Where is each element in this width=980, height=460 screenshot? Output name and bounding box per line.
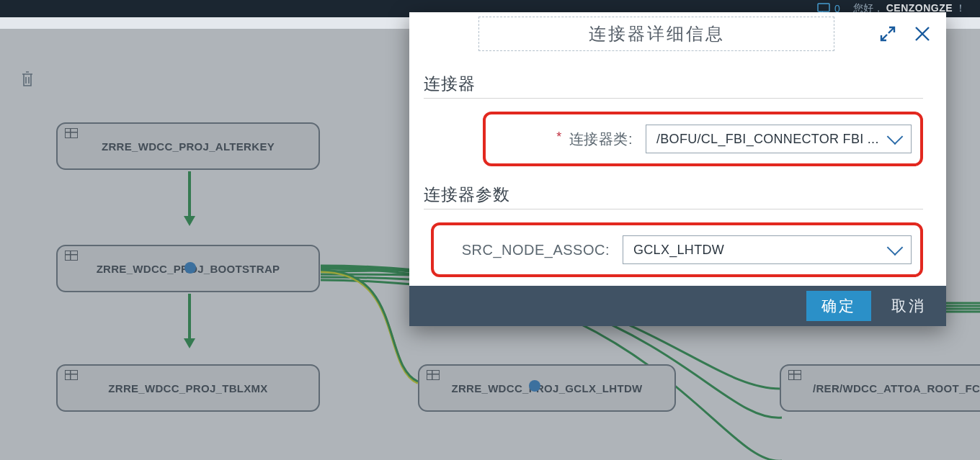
dialog-footer: 确定 取消	[409, 286, 946, 326]
divider	[424, 209, 923, 209]
expand-button[interactable]	[878, 24, 897, 43]
ok-button[interactable]: 确定	[806, 291, 871, 321]
section-params-title: 连接器参数	[424, 184, 923, 206]
close-button[interactable]	[913, 24, 932, 43]
dialog-body: 连接器 * 连接器类: /BOFU/CL_FBI_CONNECTOR FBI .…	[409, 55, 946, 302]
highlighted-src-node-assoc-row: SRC_NODE_ASSOC: GCLX_LHTDW	[431, 222, 923, 277]
dialog-title-box: 连接器详细信息	[478, 17, 834, 51]
close-icon	[913, 24, 932, 43]
select-value: /BOFU/CL_FBI_CONNECTOR FBI ...	[656, 132, 879, 147]
divider	[424, 98, 923, 99]
select-value: GCLX_LHTDW	[633, 243, 724, 258]
src-node-assoc-select[interactable]: GCLX_LHTDW	[623, 235, 912, 264]
section-connector-title: 连接器	[424, 73, 923, 95]
cancel-button[interactable]: 取消	[891, 296, 926, 316]
highlighted-connector-class-row: * 连接器类: /BOFU/CL_FBI_CONNECTOR FBI ...	[483, 112, 923, 166]
dialog-title: 连接器详细信息	[589, 22, 725, 45]
required-star: *	[556, 130, 562, 144]
field-label-text: 连接器类:	[569, 131, 633, 147]
connector-class-select[interactable]: /BOFU/CL_FBI_CONNECTOR FBI ...	[646, 125, 912, 153]
greeting-suffix: ！	[956, 2, 966, 14]
svg-rect-0	[818, 4, 829, 12]
expand-icon	[878, 24, 897, 43]
src-node-assoc-label: SRC_NODE_ASSOC:	[440, 242, 610, 258]
dialog-header: 连接器详细信息	[409, 12, 946, 55]
connector-class-label: * 连接器类:	[491, 130, 633, 149]
connector-details-dialog: 连接器详细信息 连接器 * 连接器类: /BOFU/CL_FBI_CONNECT…	[409, 12, 946, 326]
